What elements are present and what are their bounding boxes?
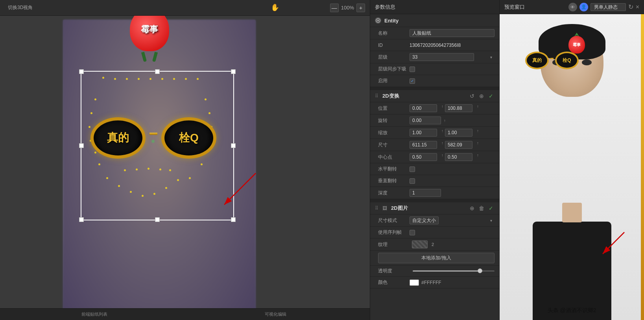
preview-controls: 👁 👤 男单人静态 ↻ × xyxy=(568,3,639,11)
center-y-input[interactable] xyxy=(445,153,472,161)
rotation-input[interactable] xyxy=(410,117,441,124)
scale-y-input[interactable] xyxy=(445,129,472,137)
depth-row: 深度 xyxy=(370,187,499,199)
color-label: 颜色 xyxy=(378,279,410,286)
layer-sync-label: 层级同步下吸 xyxy=(378,66,410,72)
use-seq-checkbox[interactable] xyxy=(410,230,415,235)
strawberry-body: 霉事 xyxy=(130,16,169,51)
size-mode-select[interactable]: 自定义大小 xyxy=(410,216,439,224)
bottom-label-right: 可视化编辑 xyxy=(185,311,366,317)
model-dropdown-wrapper: 男单人静态 xyxy=(590,3,626,11)
handle-mid-left[interactable] xyxy=(79,143,84,148)
size-x-arrow: ↑ xyxy=(439,141,443,149)
model-icon-active[interactable]: 👤 xyxy=(579,3,588,11)
center-x-input[interactable] xyxy=(410,153,437,161)
depth-label: 深度 xyxy=(378,190,410,196)
drag-icon: ⠿ xyxy=(375,93,378,99)
zoom-level: 100% xyxy=(341,5,354,11)
entity-title: Entity xyxy=(384,18,399,24)
glasses-right-text: 栓Q xyxy=(179,130,199,145)
opacity-label: 透明度 xyxy=(378,268,410,274)
size-mode-label: 尺寸模式 xyxy=(378,217,410,224)
transform2d-header: ⠿ 2D变换 ↺ ⊕ ✓ xyxy=(370,90,499,102)
image-drag-icon: ⠿ xyxy=(375,205,378,211)
layer-sync-checkbox[interactable] xyxy=(410,67,415,72)
handle-bot-left[interactable] xyxy=(79,217,84,222)
position-x-input[interactable] xyxy=(410,104,437,112)
strawberry-character: 霉事 xyxy=(122,16,177,71)
scale-label: 缩放 xyxy=(378,129,410,136)
preview-lens-right: 栓Q xyxy=(555,52,579,69)
depth-input[interactable] xyxy=(410,189,441,197)
flip-v-checkbox[interactable] xyxy=(410,178,415,184)
layer-sync-row: 层级同步下吸 xyxy=(370,63,499,75)
preview-glasses: 真的 栓Q xyxy=(525,52,579,69)
img-del-icon[interactable]: 🗑 xyxy=(478,205,485,211)
img-check-icon[interactable]: ✓ xyxy=(487,205,495,211)
add-btn-row: 本地添加/拖入 xyxy=(370,251,499,266)
scale-y-arrow: ↑ xyxy=(474,129,479,137)
canvas-viewport[interactable]: 霉事 真的 栓Q xyxy=(0,16,370,308)
scale-x-input[interactable] xyxy=(410,129,437,137)
glasses-left-text: 真的 xyxy=(107,130,129,145)
hand-cursor-icon[interactable]: ✋ xyxy=(271,3,279,12)
handle-bot-center[interactable] xyxy=(155,217,160,222)
svg-point-3 xyxy=(377,20,379,21)
face-container: 霉事 真的 栓Q xyxy=(63,20,256,308)
size-x-input[interactable] xyxy=(410,141,437,149)
center-row: 中心点 ↑ ↑ xyxy=(370,151,499,163)
flip-h-checkbox[interactable] xyxy=(410,166,415,172)
texture-num: 2 xyxy=(432,242,434,247)
view3d-button[interactable]: 切换3D视角 xyxy=(5,3,36,13)
handle-top-right[interactable] xyxy=(231,69,236,74)
layer-input[interactable] xyxy=(410,53,474,61)
enable-checkbox[interactable] xyxy=(410,78,415,84)
handle-top-left[interactable] xyxy=(79,69,84,74)
view-icon[interactable]: 👁 xyxy=(568,3,577,11)
texture-row: 纹理 2 xyxy=(370,239,499,251)
handle-bot-right[interactable] xyxy=(231,217,236,222)
transform2d-title: 2D变换 xyxy=(382,92,399,100)
rotation-arrow: ↑ xyxy=(441,118,446,123)
glasses-lens-left: 真的 xyxy=(90,117,146,159)
flip-h-label: 水平翻转 xyxy=(378,166,410,172)
glasses-bridge xyxy=(149,133,157,135)
color-swatch[interactable] xyxy=(410,279,419,286)
strawberry-legs xyxy=(142,52,157,62)
img-add-icon[interactable]: ⊕ xyxy=(469,205,476,211)
close-icon[interactable]: × xyxy=(636,4,639,11)
check-icon[interactable]: ✓ xyxy=(487,93,495,99)
layer-label: 层级 xyxy=(378,54,410,61)
flip-h-row: 水平翻转 xyxy=(370,163,499,175)
use-seq-row: 使用序列帧 xyxy=(370,227,499,239)
size-mode-dropdown[interactable]: 自定义大小 xyxy=(410,216,495,224)
zoom-plus-button[interactable]: + xyxy=(356,4,365,12)
canvas-area: 切换3D视角 ✋ — 100% + xyxy=(0,0,370,320)
scale-inputs: ↑ ↑ xyxy=(410,129,495,137)
enable-label: 启用 xyxy=(378,78,410,84)
size-y-input[interactable] xyxy=(445,141,472,149)
reset-icon[interactable]: ↺ xyxy=(469,93,476,99)
watermark: 头条 @酒酒不识卿2 xyxy=(548,307,596,314)
preview-bridge xyxy=(550,58,554,59)
opacity-thumb[interactable] xyxy=(478,268,482,273)
center-label: 中心点 xyxy=(378,154,410,161)
name-input[interactable] xyxy=(410,29,495,37)
size-mode-row: 尺寸模式 自定义大小 xyxy=(370,215,499,227)
handle-mid-right[interactable] xyxy=(231,143,236,148)
id-value: 130672020506427356I8 xyxy=(410,43,495,48)
layer-dropdown-wrapper xyxy=(410,53,495,61)
bottom-label-left: 前端贴纸列表 xyxy=(4,311,185,317)
refresh-icon[interactable]: ↻ xyxy=(628,3,633,11)
zoom-minus-button[interactable]: — xyxy=(330,4,339,12)
center-x-arrow: ↑ xyxy=(439,153,443,161)
add-texture-button[interactable]: 本地添加/拖入 xyxy=(378,253,495,263)
color-hex: #FFFFFF xyxy=(421,280,441,285)
opacity-slider[interactable] xyxy=(413,270,495,272)
right-eye xyxy=(582,59,592,65)
model-select[interactable]: 男单人静态 xyxy=(590,3,626,11)
position-y-input[interactable] xyxy=(445,104,472,112)
svg-line-1 xyxy=(224,173,256,205)
scale-x-arrow: ↑ xyxy=(439,129,443,137)
copy-icon[interactable]: ⊕ xyxy=(478,93,485,99)
